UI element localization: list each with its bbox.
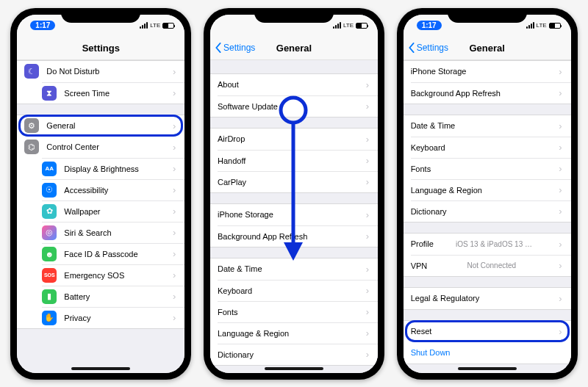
row-label: About [218, 80, 239, 89]
back-button[interactable]: Settings [408, 43, 448, 53]
chevron-right-icon: › [559, 184, 563, 195]
row-siri[interactable]: ◎ Siri & Search › [42, 222, 184, 243]
row-about[interactable]: About› [210, 74, 378, 95]
row-reset[interactable]: Reset› [404, 321, 571, 342]
back-label: Settings [223, 43, 255, 53]
battery-icon [356, 23, 368, 29]
row-label: Screen Time [64, 89, 110, 98]
row-label: Keyboard [218, 286, 252, 295]
row-date-time[interactable]: Date & Time› [404, 115, 571, 137]
row-display[interactable]: AA Display & Brightness › [42, 158, 184, 179]
row-bg-refresh[interactable]: Background App Refresh› [411, 82, 571, 104]
nav-title: General [276, 43, 312, 54]
row-wallpaper[interactable]: ✿ Wallpaper › [42, 200, 184, 222]
row-faceid[interactable]: ☻ Face ID & Passcode › [42, 243, 184, 264]
screen-1: 1:17 LTE Settings ☾ Do Not Disturb › ⧗ S… [17, 15, 184, 373]
chevron-left-icon [408, 43, 415, 53]
row-value: Not Connected [467, 261, 519, 270]
row-label: Profile [411, 239, 434, 248]
row-sos[interactable]: SOS Emergency SOS › [42, 264, 184, 286]
nav-bar: Settings General [404, 37, 571, 60]
row-label: Dictionary [218, 350, 254, 359]
phone-frame-3: 1:17 LTE Settings General iPhone Storage… [397, 8, 578, 380]
chevron-right-icon: › [366, 155, 370, 166]
row-label: Language & Region [218, 329, 289, 338]
chevron-right-icon: › [559, 66, 563, 77]
chevron-right-icon: › [559, 142, 563, 153]
text-size-icon: AA [42, 162, 57, 176]
chevron-right-icon: › [173, 184, 177, 195]
row-bg-refresh[interactable]: Background App Refresh› [218, 225, 378, 247]
row-privacy[interactable]: ✋ Privacy › [42, 307, 184, 328]
row-screen-time[interactable]: ⧗ Screen Time › [42, 82, 184, 104]
row-label: Fonts [411, 164, 431, 173]
row-vpn[interactable]: VPN Not Connected › [411, 255, 571, 276]
chevron-right-icon: › [173, 206, 177, 217]
row-fonts[interactable]: Fonts› [218, 301, 378, 322]
chevron-right-icon: › [366, 264, 370, 275]
chevron-right-icon: › [173, 163, 177, 174]
row-accessibility[interactable]: ☉ Accessibility › [42, 179, 184, 200]
row-general[interactable]: ⚙ General › [17, 115, 184, 137]
row-value: iOS 13 & iPadOS 13 Beta Softwar... [456, 240, 537, 248]
row-label: Wallpaper [64, 207, 100, 216]
home-indicator[interactable] [265, 367, 323, 370]
row-battery[interactable]: ▮ Battery › [42, 286, 184, 307]
row-profile[interactable]: Profile iOS 13 & iPadOS 13 Beta Softwar.… [404, 234, 571, 255]
chevron-right-icon: › [559, 206, 563, 217]
flower-icon: ✿ [42, 204, 57, 219]
row-keyboard[interactable]: Keyboard› [411, 137, 571, 158]
phone-frame-1: 1:17 LTE Settings ☾ Do Not Disturb › ⧗ S… [10, 8, 191, 380]
row-language-region[interactable]: Language & Region› [411, 179, 571, 200]
notch [61, 8, 140, 23]
row-software-update[interactable]: Software Update› [218, 95, 378, 117]
row-do-not-disturb[interactable]: ☾ Do Not Disturb › [17, 61, 184, 82]
settings-list[interactable]: ☾ Do Not Disturb › ⧗ Screen Time › ⚙ Gen… [17, 60, 184, 373]
row-label: Siri & Search [64, 228, 111, 237]
row-dictionary[interactable]: Dictionary› [218, 344, 378, 365]
notch [448, 8, 527, 23]
row-label: AirDrop [218, 134, 245, 143]
row-fonts[interactable]: Fonts› [411, 158, 571, 179]
row-control-center[interactable]: ⌬ Control Center › [17, 137, 184, 158]
home-indicator[interactable] [71, 367, 130, 370]
status-right: LTE [526, 22, 561, 29]
row-keyboard[interactable]: Keyboard› [218, 280, 378, 301]
siri-icon: ◎ [42, 225, 57, 240]
back-button[interactable]: Settings [215, 43, 255, 53]
row-label: Do Not Disturb [46, 67, 99, 76]
row-iphone-storage[interactable]: iPhone Storage› [210, 204, 378, 225]
battery-icon [549, 23, 561, 29]
chevron-right-icon: › [366, 101, 370, 112]
row-airdrop[interactable]: AirDrop› [210, 129, 378, 150]
row-label: Language & Region [411, 186, 482, 195]
row-label: Software Update [218, 102, 278, 111]
row-label: Legal & Regulatory [411, 294, 480, 303]
chevron-right-icon: › [173, 270, 177, 281]
row-label: Date & Time [411, 121, 456, 130]
row-shut-down[interactable]: Shut Down [404, 342, 571, 364]
home-indicator[interactable] [458, 367, 517, 370]
row-date-time[interactable]: Date & Time› [210, 258, 378, 280]
row-language-region[interactable]: Language & Region› [218, 322, 378, 344]
row-label: Battery [64, 292, 90, 301]
row-label: iPhone Storage [411, 67, 467, 76]
chevron-right-icon: › [559, 239, 563, 250]
network-label: LTE [537, 22, 547, 29]
chevron-right-icon: › [366, 328, 370, 339]
general-list[interactable]: About› Software Update› AirDrop› Handoff… [210, 60, 378, 373]
row-label: Face ID & Passcode [64, 250, 137, 258]
chevron-right-icon: › [559, 260, 563, 271]
row-carplay[interactable]: CarPlay› [218, 171, 378, 192]
general-list-scrolled[interactable]: iPhone Storage› Background App Refresh› … [404, 60, 571, 373]
row-iphone-storage[interactable]: iPhone Storage› [404, 61, 571, 82]
row-handoff[interactable]: Handoff› [218, 150, 378, 171]
row-label: Privacy [64, 314, 90, 322]
signal-icon [140, 22, 148, 29]
row-label: Emergency SOS [64, 271, 124, 280]
chevron-right-icon: › [366, 306, 370, 317]
row-dictionary[interactable]: Dictionary› [411, 200, 571, 222]
status-time: 1:17 [417, 21, 442, 30]
row-legal[interactable]: Legal & Regulatory› [404, 288, 571, 309]
sos-icon: SOS [42, 268, 57, 283]
